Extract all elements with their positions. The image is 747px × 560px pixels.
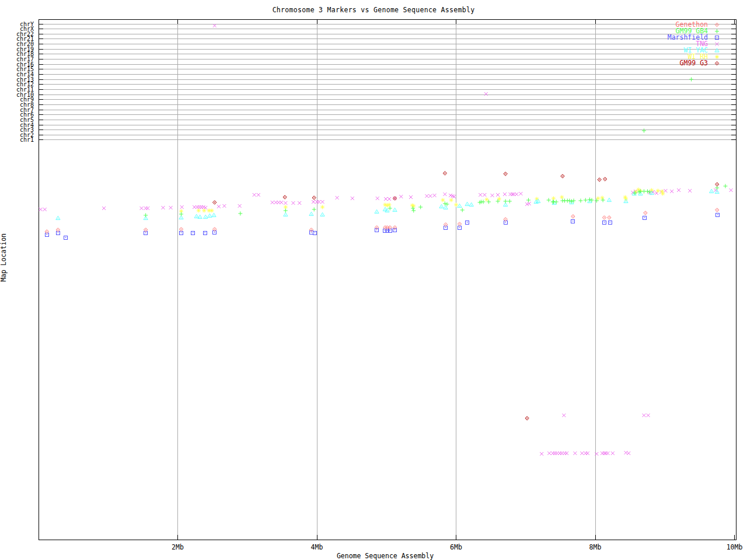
marker-tng xyxy=(317,200,321,204)
marker-tng xyxy=(479,193,482,197)
marker-marshfield xyxy=(603,220,606,224)
marker-gm99-g3 xyxy=(213,201,217,204)
marker-tng xyxy=(496,193,500,197)
marker-gm99-gb4 xyxy=(504,200,508,204)
marker-tng xyxy=(222,204,226,208)
marker-wi-rh xyxy=(661,192,665,196)
marker-wi-yac xyxy=(385,208,389,212)
marker-wi-rh xyxy=(210,209,214,213)
marker-tng xyxy=(271,201,274,204)
marker-wi-rh xyxy=(388,203,392,207)
marker-marshfield xyxy=(313,231,316,235)
plus-icon xyxy=(713,28,721,34)
marker-tng xyxy=(217,205,221,208)
marker-marshfield xyxy=(191,231,195,235)
marker-wi-yac xyxy=(710,189,714,192)
y-tick-label-chr1: chr1 xyxy=(0,136,34,143)
marker-gm99-gb4 xyxy=(443,202,447,206)
plot-frame xyxy=(39,19,736,540)
x-tick-label-8Mb: 8Mb xyxy=(578,543,613,551)
marker-wi-rh xyxy=(197,209,201,213)
marker-tng xyxy=(573,452,577,455)
square-dot-icon xyxy=(713,34,721,41)
marker-gm99-gb4 xyxy=(689,78,693,82)
marker-genethon xyxy=(608,216,611,219)
marker-tng xyxy=(433,194,437,197)
marker-marshfield xyxy=(393,228,397,232)
marker-gm99-gb4 xyxy=(578,199,582,203)
marker-wi-yac xyxy=(212,213,216,216)
marker-tng xyxy=(39,208,43,211)
triangle-dot-icon xyxy=(713,47,721,54)
marker-wi-rh xyxy=(411,204,416,208)
marker-wi-rh xyxy=(454,203,458,207)
marker-tng xyxy=(384,197,388,201)
marker-genethon xyxy=(644,211,647,215)
marker-gm99-g3 xyxy=(443,172,446,175)
marker-tng xyxy=(43,208,47,211)
marker-wi-yac xyxy=(204,215,208,218)
marker-tng xyxy=(388,197,391,201)
marker-tng xyxy=(519,192,522,195)
x-tick-label-10Mb: 10Mb xyxy=(717,543,747,551)
marker-tng xyxy=(312,200,315,204)
marker-wi-rh xyxy=(484,198,488,202)
marker-tng xyxy=(336,196,339,200)
marker-tng xyxy=(565,452,568,455)
marker-marshfield xyxy=(571,219,575,223)
marker-gm99-gb4 xyxy=(481,200,486,204)
marker-wi-yac xyxy=(56,216,60,219)
marker-wi-yac xyxy=(198,215,202,218)
marker-wi-rh xyxy=(441,198,445,202)
marker-tng xyxy=(376,197,379,200)
marker-wi-rh xyxy=(449,198,453,202)
marker-gm99-gb4 xyxy=(284,209,288,213)
marker-gm99-gb4 xyxy=(238,212,242,216)
marker-tng xyxy=(729,188,733,192)
asterisk-icon xyxy=(713,54,721,60)
diamond-dot-icon xyxy=(713,22,721,28)
marker-tng xyxy=(606,452,609,455)
chromosome-marker-plot: Chromosome 3 Markers vs Genome Sequence … xyxy=(0,0,747,560)
marker-gm99-gb4 xyxy=(642,190,646,194)
x-tick-label-6Mb: 6Mb xyxy=(439,543,474,551)
marker-wi-yac xyxy=(284,212,288,216)
marker-tng xyxy=(425,194,428,198)
marker-tng xyxy=(102,206,106,210)
marker-genethon xyxy=(458,222,461,226)
marker-gm99-g3 xyxy=(561,174,564,178)
marker-gm99-gb4 xyxy=(642,129,646,133)
marker-gm99-gb4 xyxy=(547,198,551,202)
marker-wi-yac xyxy=(320,212,324,216)
marker-tng xyxy=(139,206,143,210)
marker-tng xyxy=(161,206,165,209)
marker-tng xyxy=(627,452,630,455)
x-tick-label-2Mb: 2Mb xyxy=(160,543,196,551)
marker-gm99-g3 xyxy=(312,196,316,200)
marker-wi-rh xyxy=(551,197,556,201)
marker-marshfield xyxy=(716,213,720,216)
marker-gm99-gb4 xyxy=(418,205,423,209)
marker-wi-yac xyxy=(393,208,397,211)
marker-marshfield xyxy=(375,228,379,232)
marker-wi-rh xyxy=(600,196,604,200)
marker-wi-rh xyxy=(320,205,324,209)
marker-gm99-gb4 xyxy=(590,198,594,202)
marker-tng xyxy=(180,205,184,209)
marker-gm99-g3 xyxy=(283,195,287,199)
marker-gm99-gb4 xyxy=(554,200,558,204)
marker-tng xyxy=(253,193,256,197)
marker-wi-yac xyxy=(208,214,212,217)
diamond-dot-icon xyxy=(713,60,721,66)
plot-canvas xyxy=(0,0,747,560)
marker-wi-yac xyxy=(469,202,473,206)
marker-tng xyxy=(642,414,645,417)
marker-gm99-g3 xyxy=(715,183,718,186)
legend-label: GM99 G3 xyxy=(680,60,708,66)
marker-tng xyxy=(291,201,295,205)
marker-tng xyxy=(257,193,260,197)
marker-marshfield xyxy=(608,220,612,224)
marker-marshfield xyxy=(309,230,313,234)
series-tng xyxy=(39,24,733,456)
marker-tng xyxy=(284,201,287,205)
